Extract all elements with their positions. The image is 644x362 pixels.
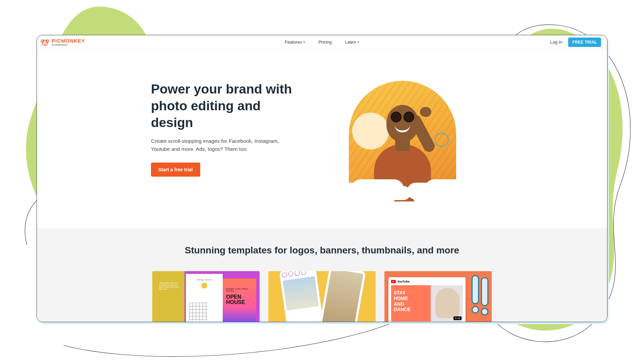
brand-sub: by shutterstock — [52, 44, 85, 46]
yt-duration: 5:18 — [453, 316, 462, 320]
free-trial-button[interactable]: FREE TRIAL — [568, 38, 601, 47]
templates-heading: Stunning templates for logos, banners, t… — [37, 245, 607, 256]
svg-point-0 — [42, 40, 48, 45]
hero-section: Power your brand with photo editing and … — [37, 49, 607, 228]
monkey-icon — [40, 38, 50, 47]
nav-pricing-label: Pricing — [318, 40, 332, 45]
template-youtube[interactable]: YouTube STAY HOME AND DANCE 5:18 — [384, 271, 492, 322]
template-youtube-thumb: YouTube STAY HOME AND DANCE 5:18 — [384, 271, 492, 322]
svg-point-4 — [45, 42, 46, 43]
nav-learn[interactable]: Learn ▾ — [345, 40, 359, 45]
nav-pricing[interactable]: Pricing — [318, 40, 332, 45]
nav-features[interactable]: Features ▾ — [285, 40, 305, 45]
flyers-big1: OPEN — [226, 294, 241, 300]
template-instagram-thumb — [268, 271, 376, 322]
brand-logo[interactable]: PICMONKEY by shutterstock — [40, 38, 85, 47]
yt-l3: AND — [394, 301, 404, 307]
nav-features-label: Features — [285, 40, 302, 45]
hero-title: Power your brand with photo editing and … — [151, 81, 305, 131]
template-flyers-thumb: "The purest and most thoughtful minds ar… — [152, 271, 260, 322]
hero-subtitle: Create scroll-stopping images for Facebo… — [151, 137, 285, 153]
nav-learn-label: Learn — [345, 40, 356, 45]
start-trial-button[interactable]: Start a free trial — [151, 163, 200, 177]
flyers-small: SUPER CUTE OPEN HOUSE — [226, 288, 253, 292]
hero-image — [349, 81, 460, 205]
top-nav: PICMONKEY by shutterstock Features ▾ Pri… — [37, 35, 607, 49]
youtube-logo-text: YouTube — [397, 280, 410, 283]
templates-section: Stunning templates for logos, banners, t… — [37, 228, 607, 322]
login-link[interactable]: Log In — [550, 40, 562, 45]
yt-l4: DANCE — [394, 307, 411, 312]
brand-name: PICMONKEY — [52, 38, 85, 43]
template-instagram[interactable]: Instagram — [268, 271, 376, 322]
chevron-down-icon: ▾ — [303, 40, 305, 44]
chevron-down-icon: ▾ — [358, 40, 359, 44]
yt-l1: STAY — [394, 290, 406, 295]
template-flyers[interactable]: "The purest and most thoughtful minds ar… — [152, 271, 260, 322]
yt-l2: HOME — [394, 296, 408, 301]
flyers-big2: HOUSE — [226, 299, 245, 305]
svg-point-3 — [44, 42, 44, 43]
youtube-play-icon — [391, 280, 396, 283]
site-window: PICMONKEY by shutterstock Features ▾ Pri… — [37, 35, 607, 322]
